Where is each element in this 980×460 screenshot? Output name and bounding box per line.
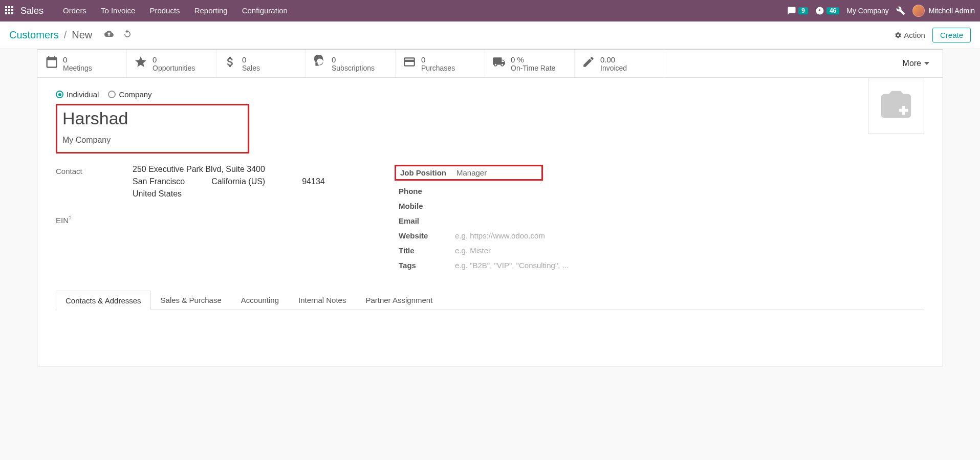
radio-company[interactable]: Company xyxy=(108,90,151,99)
nav-reporting[interactable]: Reporting xyxy=(187,0,235,21)
radio-icon xyxy=(108,91,116,98)
zip-input[interactable]: 94134 xyxy=(302,177,325,186)
nav-orders[interactable]: Orders xyxy=(56,0,94,21)
street-input[interactable]: 250 Executive Park Blvd, Suite 3400 xyxy=(133,165,399,174)
title-label: Title xyxy=(399,246,455,255)
nav-products[interactable]: Products xyxy=(142,0,187,21)
country-input[interactable]: United States xyxy=(133,189,399,199)
form-sheet: 0Meetings 0Opportunities 0Sales 0Subscri… xyxy=(37,49,943,366)
debug-icon[interactable] xyxy=(896,6,905,15)
star-icon xyxy=(134,55,147,72)
website-label: Website xyxy=(399,231,455,240)
gear-icon xyxy=(895,32,902,39)
website-input[interactable]: e.g. https://www.odoo.com xyxy=(455,231,924,240)
clock-icon xyxy=(815,6,824,15)
discard-icon[interactable] xyxy=(123,29,132,41)
stat-ontime[interactable]: 0 %On-Time Rate xyxy=(485,50,575,77)
title-input[interactable]: e.g. Mister xyxy=(455,246,924,255)
contact-label: Contact xyxy=(56,165,133,176)
nav-to-invoice[interactable]: To Invoice xyxy=(94,0,143,21)
tab-contacts-addresses[interactable]: Contacts & Addresses xyxy=(56,291,151,310)
camera-icon xyxy=(878,88,914,124)
email-label: Email xyxy=(399,216,455,225)
avatar xyxy=(912,5,925,17)
controlbar: Customers / New Action Create xyxy=(0,21,980,49)
job-position-label: Job Position xyxy=(400,168,456,177)
tags-input[interactable]: e.g. "B2B", "VIP", "Consulting", ... xyxy=(455,261,924,270)
city-input[interactable]: San Francisco xyxy=(133,177,185,186)
tabs: Contacts & Addresses Sales & Purchase Ac… xyxy=(56,290,924,310)
mobile-label: Mobile xyxy=(399,202,455,210)
state-input[interactable]: California (US) xyxy=(211,177,265,186)
create-button[interactable]: Create xyxy=(932,28,971,42)
messages-count: 9 xyxy=(798,7,808,14)
job-position-highlight: Job Position Manager xyxy=(395,165,543,181)
stat-meetings[interactable]: 0Meetings xyxy=(37,50,127,77)
breadcrumb: Customers / New xyxy=(9,29,132,41)
calendar-icon xyxy=(45,55,58,72)
action-button[interactable]: Action xyxy=(895,31,925,39)
stat-opportunities[interactable]: 0Opportunities xyxy=(127,50,216,77)
radio-individual[interactable]: Individual xyxy=(56,90,99,99)
address-block[interactable]: 250 Executive Park Blvd, Suite 3400 San … xyxy=(133,165,399,202)
card-icon xyxy=(403,55,416,72)
image-upload[interactable] xyxy=(868,78,924,134)
stat-invoiced[interactable]: 0.00Invoiced xyxy=(575,50,664,77)
stat-purchases[interactable]: 0Purchases xyxy=(396,50,485,77)
stat-subscriptions[interactable]: 0Subscriptions xyxy=(306,50,396,77)
type-radio-row: Individual Company xyxy=(56,90,924,99)
more-button[interactable]: More xyxy=(889,50,943,77)
save-icon[interactable] xyxy=(104,29,114,41)
activities-count: 46 xyxy=(826,7,839,14)
stat-row: 0Meetings 0Opportunities 0Sales 0Subscri… xyxy=(37,50,943,78)
tab-accounting[interactable]: Accounting xyxy=(231,290,289,310)
phone-label: Phone xyxy=(399,187,455,195)
stat-sales[interactable]: 0Sales xyxy=(216,50,306,77)
ein-label: EIN? xyxy=(56,214,133,225)
tab-internal-notes[interactable]: Internal Notes xyxy=(289,290,356,310)
truck-icon xyxy=(492,55,506,72)
breadcrumb-sep: / xyxy=(64,29,67,41)
chevron-down-icon xyxy=(924,62,929,65)
breadcrumb-current: New xyxy=(72,29,92,41)
apps-icon[interactable] xyxy=(5,6,14,15)
tab-sales-purchase[interactable]: Sales & Purchase xyxy=(151,290,231,310)
name-block-highlight: Harshad My Company xyxy=(56,104,249,154)
name-input[interactable]: Harshad xyxy=(62,108,243,128)
job-position-input[interactable]: Manager xyxy=(456,168,537,177)
dollar-icon xyxy=(224,55,237,72)
chat-icon xyxy=(787,6,796,15)
radio-icon xyxy=(56,91,63,98)
username: Mitchell Admin xyxy=(929,7,975,15)
tags-label: Tags xyxy=(399,261,455,270)
user-menu[interactable]: Mitchell Admin xyxy=(912,5,975,17)
messages-button[interactable]: 9 xyxy=(787,6,808,15)
company-input[interactable]: My Company xyxy=(62,136,243,145)
nav-configuration[interactable]: Configuration xyxy=(235,0,295,21)
topbar: Sales Orders To Invoice Products Reporti… xyxy=(0,0,980,21)
activities-button[interactable]: 46 xyxy=(815,6,839,15)
refresh-icon xyxy=(313,55,326,72)
app-name[interactable]: Sales xyxy=(20,6,43,16)
edit-icon xyxy=(582,55,595,72)
tab-partner-assignment[interactable]: Partner Assignment xyxy=(356,290,442,310)
breadcrumb-root[interactable]: Customers xyxy=(9,29,59,41)
company-name[interactable]: My Company xyxy=(846,7,888,15)
nav-menu: Orders To Invoice Products Reporting Con… xyxy=(56,0,295,21)
